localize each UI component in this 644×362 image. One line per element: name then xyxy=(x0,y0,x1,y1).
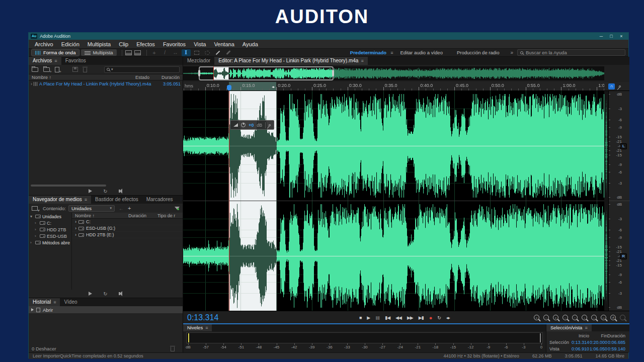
preview-autoplay-button[interactable] xyxy=(119,292,123,295)
zoom-full-button[interactable] xyxy=(620,315,625,320)
marquee-selection-tool[interactable] xyxy=(192,49,201,56)
menu-item-efectos[interactable]: Efectos xyxy=(132,40,159,49)
waveform-view-button[interactable]: Forma de onda xyxy=(32,49,79,56)
menu-item-ventana[interactable]: Ventana xyxy=(210,40,238,49)
skip-to-start-button[interactable]: ▮◀ xyxy=(385,315,390,320)
tree-item-esd-usb[interactable]: ›ESD-USB xyxy=(29,233,71,239)
tab-bastidor-de-efectos[interactable]: Bastidor de efectos xyxy=(91,196,142,204)
filter-icon[interactable] xyxy=(175,207,180,210)
close-button[interactable]: × xyxy=(616,33,626,40)
panel-menu-icon[interactable]: ≡ xyxy=(361,57,363,65)
record-button[interactable]: ● xyxy=(429,315,432,321)
workspace-overflow-icon[interactable]: » xyxy=(510,50,513,55)
menu-item-archivo[interactable]: Archivo xyxy=(31,40,57,49)
spectral-display-icon[interactable] xyxy=(134,50,141,55)
row-chevron-icon[interactable]: › xyxy=(75,219,76,224)
razor-tool[interactable] xyxy=(160,49,170,56)
move-tool[interactable] xyxy=(150,49,159,56)
hud-pin-icon[interactable] xyxy=(268,124,271,127)
fast-forward-button[interactable]: ▶▶ xyxy=(407,315,413,320)
pin-icon[interactable] xyxy=(618,85,621,88)
view-end-value[interactable]: 1:06.050 xyxy=(589,346,607,351)
minimize-button[interactable]: ─ xyxy=(596,33,606,40)
workspace-item-video[interactable]: Editar audio a vídeo xyxy=(400,50,443,55)
tab-editor[interactable]: Editor: A Place For My Head - Linkin Par… xyxy=(214,57,368,65)
tree-chevron-icon[interactable]: › xyxy=(35,221,38,225)
lasso-selection-tool[interactable] xyxy=(203,49,212,56)
tab-marcadores[interactable]: Marcadores xyxy=(142,196,177,204)
column-nombre[interactable]: Nombre ↑ xyxy=(32,75,135,80)
slip-tool[interactable] xyxy=(171,49,180,56)
menu-item-vista[interactable]: Vista xyxy=(190,40,210,49)
vertical-scroll-strip[interactable] xyxy=(604,91,608,311)
preview-play-button[interactable] xyxy=(89,292,92,296)
view-duration-value[interactable]: 0:59.140 xyxy=(607,346,625,351)
panel-menu-icon[interactable]: ≡ xyxy=(585,324,587,331)
back-icon[interactable]: ← xyxy=(119,206,124,211)
menu-item-edición[interactable]: Edición xyxy=(57,40,84,49)
expand-chevron-icon[interactable]: › xyxy=(31,81,32,86)
zoom-out-amplitude-button[interactable]: − xyxy=(543,315,549,320)
history-item-abrir[interactable]: Abrir xyxy=(29,306,183,313)
import-file-icon[interactable] xyxy=(43,67,50,72)
rewind-button[interactable]: ◀◀ xyxy=(395,315,401,320)
skip-to-end-button[interactable]: ▶▮ xyxy=(419,315,424,320)
workspace-active-button[interactable]: Predeterminado xyxy=(350,50,386,55)
maximize-button[interactable]: □ xyxy=(606,33,616,40)
menu-item-clip[interactable]: Clip xyxy=(115,40,132,49)
workspace-menu-icon[interactable]: ≡ xyxy=(390,50,393,55)
tree-item-hdd-2tb[interactable]: ›HDD 2TB xyxy=(29,226,71,233)
amplitude-ruler[interactable]: dB-3-3-6-6-9-9-15-15-21-21-∞dBLdB-3-3-6-… xyxy=(608,91,629,311)
waveform-display[interactable]: +0 dB xyxy=(183,91,604,311)
tab-niveles[interactable]: Niveles ≡ xyxy=(183,324,212,331)
tab-navegador-de-medios[interactable]: Navegador de medios ≡ xyxy=(29,196,91,204)
view-start-value[interactable]: 0:06.910 xyxy=(571,346,589,351)
files-search-input[interactable]: ▾ xyxy=(104,66,180,73)
tab-video[interactable]: Vídeo xyxy=(60,298,81,306)
tab-favoritos[interactable]: Favoritos xyxy=(61,57,90,65)
preview-loop-button[interactable]: ↻ xyxy=(103,189,107,194)
media-row-c-[interactable]: ›C: xyxy=(72,219,183,225)
zoom-in-amplitude-button[interactable]: + xyxy=(534,315,539,320)
tab-mezclador[interactable]: Mezclador xyxy=(183,57,214,65)
help-search-input[interactable]: Buscar en la Ayuda xyxy=(517,49,625,56)
zoom-to-selection-button[interactable]: ▫ xyxy=(572,315,578,320)
tree-item-unidades[interactable]: ▾Unidades xyxy=(29,213,71,220)
panel-menu-icon[interactable]: ≡ xyxy=(205,324,208,331)
zoom-out-time-button[interactable]: − xyxy=(562,315,568,320)
multitrack-view-button[interactable]: Multipista xyxy=(81,49,116,56)
clear-history-icon[interactable] xyxy=(171,347,175,351)
tree-item-c-[interactable]: ›C: xyxy=(29,220,71,226)
tabs-overflow-icon[interactable]: » xyxy=(181,196,183,204)
workspace-item-radio[interactable]: Producción de radio xyxy=(457,50,500,55)
preview-autoplay-button[interactable] xyxy=(119,190,123,193)
column-estado[interactable]: Estado xyxy=(135,75,156,80)
stop-button[interactable]: ■ xyxy=(359,315,361,320)
time-selection-tool[interactable] xyxy=(182,49,191,56)
tree-chevron-icon[interactable]: › xyxy=(35,227,38,232)
tab-historial[interactable]: Historial ≡ xyxy=(29,298,60,306)
loop-playback-button[interactable]: ↻ xyxy=(437,315,441,320)
selection-edge-handle[interactable]: ◂▸ xyxy=(272,85,274,89)
scrub-mode-icon[interactable] xyxy=(608,83,615,89)
scrollbar-thumb[interactable] xyxy=(31,185,106,187)
gain-knob-icon[interactable] xyxy=(241,123,246,127)
media-row-hdd-2tb-e-[interactable]: ›HDD 2TB (E:) xyxy=(72,232,183,238)
tree-chevron-icon[interactable]: › xyxy=(30,240,34,245)
pause-button[interactable]: ▮▮ xyxy=(375,315,379,320)
playhead-line[interactable] xyxy=(229,91,229,311)
move-cti-button[interactable]: ◂▸ xyxy=(446,315,450,320)
content-select[interactable]: Unidades ▾ xyxy=(68,205,115,212)
gain-value[interactable]: +0 xyxy=(249,123,254,128)
column-duracion[interactable]: Duración xyxy=(156,75,180,80)
row-chevron-icon[interactable]: › xyxy=(75,226,76,231)
waveform-display-icon[interactable] xyxy=(125,50,132,55)
add-shortcut-icon[interactable]: + xyxy=(128,205,131,211)
file-row[interactable]: › A Place For My Head - Linkin Park (Hyb… xyxy=(29,80,183,87)
menu-item-multipista[interactable]: Multipista xyxy=(84,40,115,49)
import-icon[interactable] xyxy=(32,206,38,211)
panel-menu-icon[interactable]: ≡ xyxy=(54,57,57,65)
menu-item-favoritos[interactable]: Favoritos xyxy=(159,40,190,49)
media-column-headers[interactable]: Nombre ↑ Duración Tipo de r xyxy=(72,213,183,219)
save-icon[interactable] xyxy=(72,67,78,72)
